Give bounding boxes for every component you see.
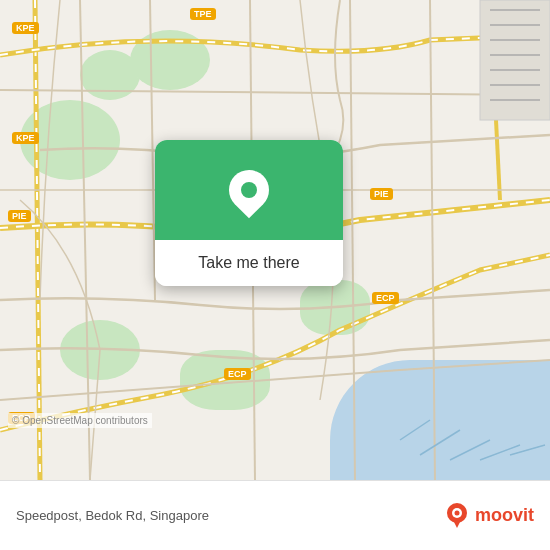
svg-line-8	[400, 420, 430, 440]
popup-green-area	[155, 140, 343, 240]
moovit-logo: moovit	[443, 502, 534, 530]
svg-point-15	[454, 510, 459, 515]
moovit-label: moovit	[475, 505, 534, 526]
take-me-there-button[interactable]: Take me there	[155, 240, 343, 286]
svg-line-10	[450, 440, 490, 460]
copyright-text: © OpenStreetMap contributors	[8, 413, 152, 428]
road-label-kpe2: KPE	[12, 132, 39, 144]
road-label-kpe1: KPE	[12, 22, 39, 34]
road-label-ecp1: ECP	[372, 292, 399, 304]
location-pin-icon	[221, 162, 278, 219]
popup-card: Take me there	[155, 140, 343, 286]
svg-line-9	[420, 430, 460, 455]
road-label-pie2: PIE	[370, 188, 393, 200]
location-text: Speedpost, Bedok Rd, Singapore	[16, 508, 443, 523]
moovit-icon	[443, 502, 471, 530]
svg-rect-0	[480, 0, 550, 120]
road-label-ecp2: ECP	[224, 368, 251, 380]
svg-line-11	[480, 445, 520, 460]
map-container: KPE KPE TPE PIE PIE PIE ECP ECP ECP © Op…	[0, 0, 550, 480]
road-label-tpe: TPE	[190, 8, 216, 20]
info-bar: Speedpost, Bedok Rd, Singapore moovit	[0, 480, 550, 550]
svg-marker-16	[453, 520, 461, 528]
road-label-pie1: PIE	[8, 210, 31, 222]
